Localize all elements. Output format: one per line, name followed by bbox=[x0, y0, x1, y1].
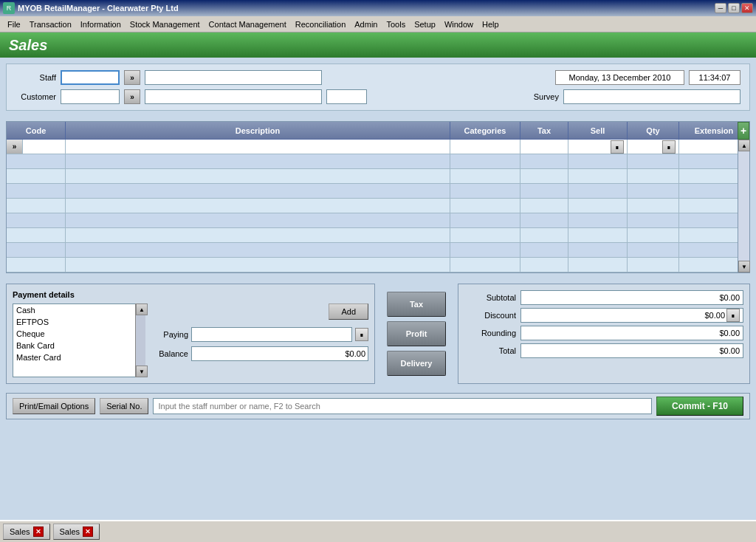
desc-cell[interactable] bbox=[66, 140, 450, 154]
hint-input[interactable] bbox=[153, 398, 652, 414]
menu-admin[interactable]: Admin bbox=[350, 18, 382, 30]
cat-cell[interactable] bbox=[450, 140, 520, 154]
staff-id-input[interactable] bbox=[61, 70, 120, 85]
sell-cell bbox=[568, 154, 628, 168]
payment-methods-list[interactable]: Cash EFTPOS Cheque Bank Card Master Card bbox=[13, 303, 145, 377]
totals-panel: Subtotal $0.00 Discount $0.00 ∎ Rounding… bbox=[458, 284, 750, 384]
scroll-up-button[interactable]: ▲ bbox=[738, 140, 750, 151]
list-item[interactable]: Cheque bbox=[13, 328, 145, 340]
list-item[interactable]: Cash bbox=[13, 304, 145, 316]
survey-label: Survey bbox=[518, 92, 559, 101]
tax-cell[interactable] bbox=[520, 140, 568, 154]
table-row bbox=[7, 213, 749, 228]
payment-panel: Payment details Cash EFTPOS Cheque Bank … bbox=[6, 284, 375, 384]
action-buttons-panel: Tax Profit Delivery bbox=[381, 284, 452, 384]
customer-code-input[interactable] bbox=[326, 89, 367, 104]
survey-input[interactable] bbox=[563, 89, 740, 104]
taskbar-tab-sales-1[interactable]: Sales ✕ bbox=[3, 524, 50, 540]
menu-window[interactable]: Window bbox=[440, 18, 478, 30]
staff-name-input[interactable] bbox=[145, 70, 322, 85]
discount-label: Discount bbox=[464, 311, 516, 320]
grid-scrollbar[interactable]: ▲ ▼ bbox=[738, 140, 749, 272]
page-header: Sales bbox=[0, 32, 756, 58]
date-row: Monday, 13 December 2010 11:34:07 bbox=[555, 70, 740, 85]
profit-button[interactable]: Profit bbox=[387, 321, 446, 346]
subtotal-value: $0.00 bbox=[520, 290, 743, 305]
discount-value: $0.00 ∎ bbox=[520, 308, 743, 323]
customer-id-input[interactable] bbox=[61, 89, 120, 104]
list-item[interactable]: EFTPOS bbox=[13, 316, 145, 328]
grid-header: Code Description Categories Tax Sell Qty… bbox=[7, 122, 749, 140]
table-row bbox=[7, 258, 749, 272]
code-search-button[interactable]: » bbox=[7, 140, 23, 154]
scroll-track[interactable] bbox=[738, 151, 749, 261]
delivery-button[interactable]: Delivery bbox=[387, 351, 446, 376]
commit-button[interactable]: Commit - F10 bbox=[656, 397, 743, 416]
tax-button[interactable]: Tax bbox=[387, 292, 446, 317]
staff-search-button[interactable]: » bbox=[124, 70, 140, 85]
taskbar-tab-label: Sales bbox=[60, 527, 80, 536]
qty-cell[interactable]: ∎ bbox=[628, 140, 679, 154]
col-header-tax: Tax bbox=[520, 122, 568, 139]
subtotal-row: Subtotal $0.00 bbox=[464, 290, 743, 305]
app-icon: R bbox=[3, 2, 15, 14]
code-cell[interactable]: » bbox=[7, 140, 66, 154]
payment-content: Cash EFTPOS Cheque Bank Card Master Card… bbox=[13, 303, 368, 377]
menu-file[interactable]: File bbox=[3, 18, 25, 30]
sell-calc-icon[interactable]: ∎ bbox=[611, 140, 624, 154]
time-input[interactable]: 11:34:07 bbox=[689, 70, 740, 85]
table-row[interactable]: » ∎ ∎ bbox=[7, 140, 749, 154]
menu-stock-management[interactable]: Stock Management bbox=[126, 18, 205, 30]
payment-title: Payment details bbox=[13, 290, 368, 299]
taskbar-tab-sales-2[interactable]: Sales ✕ bbox=[53, 524, 100, 540]
menu-contact-management[interactable]: Contact Management bbox=[205, 18, 291, 30]
paying-calc-icon[interactable]: ∎ bbox=[355, 328, 368, 341]
total-value: $0.00 bbox=[520, 343, 743, 358]
list-item[interactable]: Master Card bbox=[13, 351, 145, 363]
menu-help[interactable]: Help bbox=[478, 18, 504, 30]
menu-information[interactable]: Information bbox=[76, 18, 126, 30]
table-row bbox=[7, 184, 749, 199]
print-email-button[interactable]: Print/Email Options bbox=[13, 398, 95, 414]
payment-scroll-up[interactable]: ▲ bbox=[136, 303, 148, 315]
date-input[interactable]: Monday, 13 December 2010 bbox=[555, 70, 684, 85]
balance-input[interactable]: $0.00 bbox=[191, 346, 368, 361]
table-row bbox=[7, 199, 749, 213]
bottom-section: Payment details Cash EFTPOS Cheque Bank … bbox=[6, 284, 750, 384]
form-fields-right: Monday, 13 December 2010 11:34:07 Survey bbox=[518, 70, 740, 104]
tax-cell bbox=[520, 169, 568, 183]
menu-transaction[interactable]: Transaction bbox=[25, 18, 76, 30]
close-button[interactable]: ✕ bbox=[741, 3, 753, 13]
add-row-button[interactable]: + bbox=[738, 122, 749, 140]
qty-calc-icon[interactable]: ∎ bbox=[662, 140, 676, 154]
payment-list-scrollbar[interactable]: ▲ ▼ bbox=[135, 303, 145, 377]
taskbar-tab-close-1[interactable]: ✕ bbox=[33, 526, 44, 537]
customer-search-button[interactable]: » bbox=[124, 89, 140, 104]
discount-calc-icon[interactable]: ∎ bbox=[726, 309, 740, 322]
customer-name-input[interactable] bbox=[145, 89, 322, 104]
rounding-row: Rounding $0.00 bbox=[464, 326, 743, 340]
menu-reconciliation[interactable]: Reconciliation bbox=[291, 18, 350, 30]
add-payment-button[interactable]: Add bbox=[329, 303, 368, 320]
paying-input[interactable] bbox=[191, 327, 352, 342]
form-fields-left: Staff » Customer » bbox=[16, 70, 367, 104]
total-row: Total $0.00 bbox=[464, 343, 743, 358]
payment-scroll-down[interactable]: ▼ bbox=[136, 366, 148, 377]
window-controls[interactable]: ─ □ ✕ bbox=[715, 3, 753, 13]
taskbar-tab-close-2[interactable]: ✕ bbox=[83, 526, 93, 537]
main-content: Staff » Customer » Monday, 13 December 2… bbox=[0, 58, 756, 520]
minimize-button[interactable]: ─ bbox=[715, 3, 726, 13]
payment-scroll-track[interactable] bbox=[136, 315, 145, 366]
table-row bbox=[7, 243, 749, 258]
menu-tools[interactable]: Tools bbox=[382, 18, 410, 30]
page-title: Sales bbox=[9, 37, 47, 54]
scroll-down-button[interactable]: ▼ bbox=[738, 261, 750, 272]
desc-cell bbox=[66, 169, 450, 183]
menu-setup[interactable]: Setup bbox=[410, 18, 440, 30]
list-item[interactable]: Bank Card bbox=[13, 340, 145, 351]
serial-no-button[interactable]: Serial No. bbox=[100, 398, 148, 414]
maximize-button[interactable]: □ bbox=[728, 3, 740, 13]
col-header-qty: Qty bbox=[628, 122, 679, 139]
subtotal-label: Subtotal bbox=[464, 293, 516, 302]
sell-cell[interactable]: ∎ bbox=[568, 140, 628, 154]
